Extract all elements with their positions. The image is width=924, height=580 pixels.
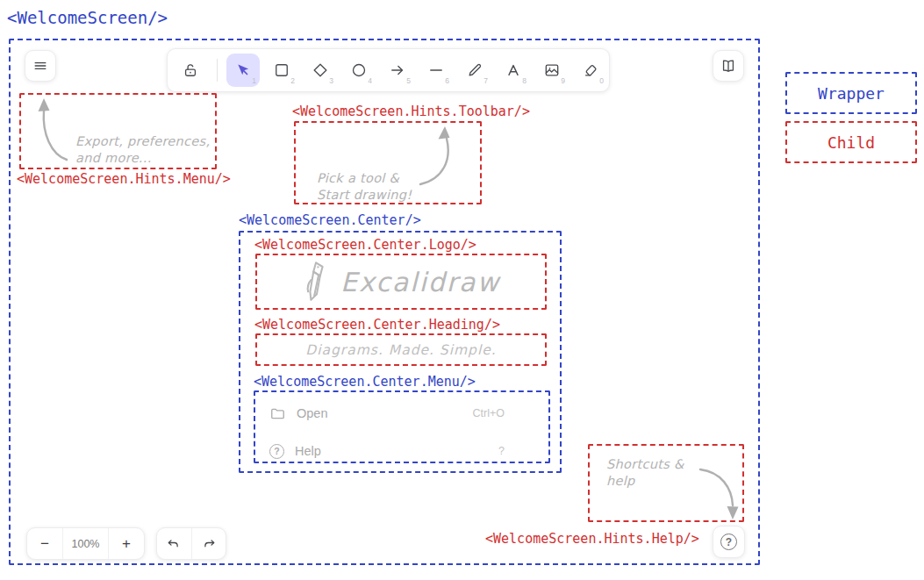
- hint-help-label: <WelcomeScreen.Hints.Help/>: [485, 532, 699, 547]
- tool-image[interactable]: 9: [535, 54, 569, 87]
- hint-help-box: Shortcuts &help: [588, 444, 744, 522]
- hint-toolbar-text: Pick a tool &Start drawing!: [317, 170, 412, 204]
- tool-shortcut: 4: [368, 77, 372, 85]
- selection-cursor-icon: [234, 61, 252, 79]
- image-icon: [543, 61, 561, 79]
- tool-rectangle[interactable]: 2: [265, 54, 298, 87]
- hamburger-icon: [32, 57, 49, 75]
- pencil-icon: [466, 61, 483, 79]
- diamond-icon: [312, 61, 329, 79]
- toolbar-divider: [217, 59, 218, 82]
- menu-item-open[interactable]: Open Ctrl+O: [255, 399, 548, 427]
- legend-child-box: Child: [785, 121, 917, 163]
- text-icon: [505, 61, 522, 79]
- center-menu-box: Open Ctrl+O ? Help ?: [254, 390, 550, 463]
- folder-icon: [269, 405, 286, 422]
- ellipse-icon: [350, 61, 368, 79]
- center-logo-label: <WelcomeScreen.Center.Logo/>: [254, 238, 476, 253]
- center-heading-label: <WelcomeScreen.Center.Heading/>: [254, 318, 500, 333]
- help-circle-icon: ?: [720, 533, 737, 550]
- tool-selection[interactable]: 1: [226, 54, 260, 87]
- hint-menu-label: <WelcomeScreen.Hints.Menu/>: [17, 172, 231, 187]
- zoom-in-button[interactable]: +: [109, 528, 144, 559]
- minus-icon: −: [40, 535, 49, 553]
- zoom-level[interactable]: 100%: [62, 528, 109, 559]
- hint-toolbar-box: Pick a tool &Start drawing!: [294, 121, 482, 204]
- tool-shortcut: 5: [406, 77, 411, 85]
- excalidraw-pencil-icon: [302, 260, 332, 304]
- history-bar: [156, 527, 226, 560]
- undo-button[interactable]: [157, 528, 192, 559]
- library-button[interactable]: [713, 50, 744, 82]
- tool-draw[interactable]: 7: [458, 54, 491, 87]
- tool-shortcut: 3: [329, 77, 333, 85]
- menu-item-label: Help: [295, 444, 321, 458]
- tool-shortcut: 6: [445, 77, 449, 85]
- menu-item-shortcut: ?: [498, 445, 505, 457]
- tool-shortcut: 8: [522, 77, 526, 85]
- tool-arrow[interactable]: 5: [381, 54, 414, 87]
- undo-icon: [166, 536, 182, 552]
- arrow-icon: [389, 61, 406, 79]
- help-button[interactable]: ?: [713, 526, 745, 558]
- redo-icon: [201, 536, 217, 552]
- tool-text[interactable]: 8: [497, 54, 530, 87]
- hint-menu-box: Export, preferences,and more...: [19, 93, 217, 169]
- center-logo-box: Excalidraw: [255, 254, 547, 310]
- tool-shortcut: 9: [561, 77, 565, 85]
- line-icon: [427, 61, 445, 79]
- rectangle-icon: [273, 61, 290, 79]
- center-heading-box: Diagrams. Made. Simple.: [255, 333, 547, 366]
- hint-menu-text: Export, preferences,and more...: [75, 133, 210, 167]
- legend-wrapper-label: Wrapper: [818, 84, 885, 103]
- lock-icon: [182, 61, 199, 79]
- center-heading-text: Diagrams. Made. Simple.: [305, 342, 496, 358]
- tool-shortcut: 1: [252, 77, 256, 85]
- tool-ellipse[interactable]: 4: [342, 54, 376, 87]
- tool-eraser[interactable]: 0: [574, 54, 607, 87]
- page-title: <WelcomeScreen/>: [7, 8, 168, 27]
- lock-tool-button[interactable]: [175, 54, 206, 87]
- hint-help-text: Shortcuts &help: [606, 456, 684, 490]
- center-menu-label: <WelcomeScreen.Center.Menu/>: [254, 375, 476, 390]
- legend-child-label: Child: [827, 133, 875, 152]
- plus-icon: +: [122, 535, 131, 553]
- tool-diamond[interactable]: 3: [304, 54, 337, 87]
- book-icon: [720, 57, 737, 75]
- zoom-bar: − 100% +: [26, 527, 145, 560]
- tool-shortcut: 2: [290, 77, 295, 85]
- tool-line[interactable]: 6: [419, 54, 453, 87]
- zoom-out-button[interactable]: −: [27, 528, 62, 559]
- tool-shortcut: 0: [599, 77, 604, 85]
- excalidraw-wordmark: Excalidraw: [340, 267, 500, 297]
- menu-item-shortcut: Ctrl+O: [473, 407, 505, 419]
- hint-toolbar-label: <WelcomeScreen.Hints.Toolbar/>: [292, 104, 530, 119]
- menu-item-label: Open: [297, 406, 327, 420]
- menu-item-help[interactable]: ? Help ?: [255, 437, 548, 465]
- toolbar: 1 2 3 4 5 6 7: [167, 48, 610, 92]
- main-menu-button[interactable]: [25, 50, 56, 82]
- eraser-icon: [582, 61, 599, 79]
- center-label: <WelcomeScreen.Center/>: [239, 213, 421, 228]
- tool-shortcut: 7: [483, 77, 488, 85]
- legend-wrapper-box: Wrapper: [785, 72, 917, 114]
- redo-button[interactable]: [192, 528, 226, 559]
- help-circle-icon: ?: [269, 444, 284, 459]
